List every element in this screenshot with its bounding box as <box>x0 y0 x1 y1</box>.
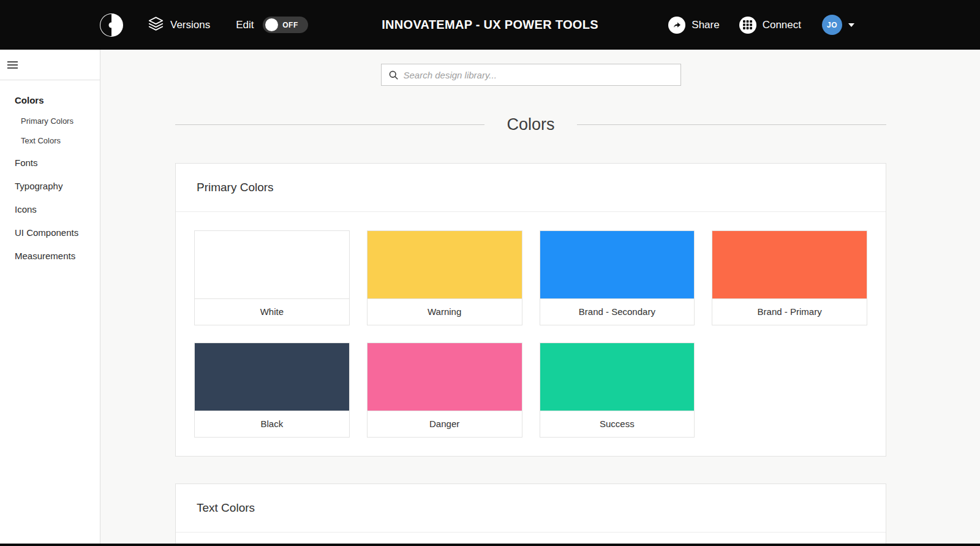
grid-icon <box>739 17 756 34</box>
toggle-state-label: OFF <box>278 21 303 29</box>
swatch-color-block <box>712 231 867 298</box>
sidebar-item-text-colors[interactable]: Text Colors <box>21 136 100 145</box>
top-navbar: Versions Edit OFF INNOVATEMAP - UX POWER… <box>0 0 980 50</box>
sidebar-item-fonts[interactable]: Fonts <box>15 157 100 168</box>
page-heading: Colors <box>175 115 886 134</box>
swatch-color-block <box>540 231 695 298</box>
color-swatch-danger[interactable]: Danger <box>367 343 522 438</box>
sidebar: Colors Primary Colors Text Colors Fonts … <box>0 50 100 546</box>
user-menu[interactable]: JO <box>822 15 854 35</box>
navbar-right-group: Share Connect JO <box>668 15 980 35</box>
window-bottom-edge <box>0 544 980 546</box>
swatch-label: Brand - Secondary <box>540 298 695 325</box>
edit-label: Edit <box>236 19 254 31</box>
app-logo-icon[interactable] <box>100 13 123 37</box>
search-icon <box>389 70 398 80</box>
swatch-label: Success <box>540 411 695 437</box>
color-swatch-white[interactable]: White <box>194 230 350 325</box>
section-title-primary-colors: Primary Colors <box>176 164 886 212</box>
chevron-down-icon <box>848 23 854 27</box>
avatar[interactable]: JO <box>822 15 842 35</box>
text-colors-section: Text Colors <box>175 483 886 546</box>
swatch-label: Brand - Primary <box>712 298 867 325</box>
primary-colors-section: Primary Colors White Warning Brand - Sec… <box>175 163 886 457</box>
sidebar-item-icons[interactable]: Icons <box>15 204 100 214</box>
versions-button[interactable]: Versions <box>148 15 210 34</box>
swatch-color-block <box>540 343 695 411</box>
swatch-color-block <box>195 231 349 298</box>
sidebar-item-measurements[interactable]: Measurements <box>15 251 100 261</box>
color-swatch-warning[interactable]: Warning <box>367 230 522 325</box>
sidebar-header <box>0 50 100 80</box>
swatch-label: White <box>195 298 349 325</box>
swatch-label: Danger <box>368 411 522 437</box>
search-bar <box>381 64 681 86</box>
share-label: Share <box>692 19 719 31</box>
layers-icon <box>148 15 164 34</box>
color-swatch-brand-secondary[interactable]: Brand - Secondary <box>540 230 695 325</box>
main-content: Colors Primary Colors White Warning Bran… <box>100 50 980 546</box>
primary-colors-grid: White Warning Brand - Secondary Brand - … <box>176 212 886 456</box>
connect-label: Connect <box>763 19 801 31</box>
edit-toggle-switch[interactable]: OFF <box>263 17 308 33</box>
toggle-knob <box>265 18 278 31</box>
color-swatch-success[interactable]: Success <box>540 343 695 438</box>
sidebar-item-colors[interactable]: Colors <box>15 95 100 105</box>
share-icon <box>668 17 685 34</box>
swatch-color-block <box>368 343 522 411</box>
page-title: Colors <box>507 115 554 134</box>
swatch-label: Black <box>195 411 349 437</box>
swatch-color-block <box>368 231 522 298</box>
color-swatch-black[interactable]: Black <box>194 343 350 438</box>
color-swatch-brand-primary[interactable]: Brand - Primary <box>712 230 867 325</box>
sidebar-item-ui-components[interactable]: UI Components <box>15 227 100 238</box>
section-title-text-colors: Text Colors <box>176 484 886 533</box>
swatch-label: Warning <box>368 298 522 325</box>
sidebar-nav: Colors Primary Colors Text Colors Fonts … <box>0 80 100 261</box>
heading-rule-left <box>175 124 484 125</box>
edit-toggle-group: Edit OFF <box>236 17 307 33</box>
swatch-color-block <box>195 343 349 411</box>
hamburger-menu-icon[interactable] <box>7 59 18 70</box>
connect-button[interactable]: Connect <box>739 17 801 34</box>
heading-rule-right <box>577 124 886 125</box>
navbar-left-group: Versions Edit OFF <box>0 13 308 37</box>
sidebar-item-primary-colors[interactable]: Primary Colors <box>21 116 100 126</box>
share-button[interactable]: Share <box>668 17 719 34</box>
versions-label: Versions <box>170 19 210 31</box>
search-input[interactable] <box>404 70 673 80</box>
sidebar-item-typography[interactable]: Typography <box>15 181 100 191</box>
